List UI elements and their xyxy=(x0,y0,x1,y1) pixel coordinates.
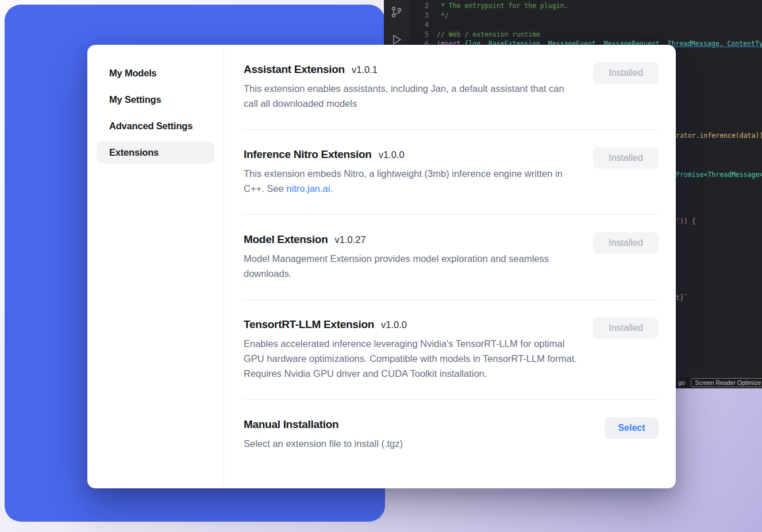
settings-sidebar: My Models My Settings Advanced Settings … xyxy=(87,45,224,488)
code-fragment: Promise<ThreadMessage> xyxy=(676,171,762,179)
installed-button[interactable]: Installed xyxy=(593,62,659,84)
code-fragment: t}` xyxy=(676,294,688,302)
installed-button[interactable]: Installed xyxy=(593,317,659,339)
extension-section-assistant: Assistant Extension v1.0.1 This extensio… xyxy=(244,45,659,130)
nitro-jan-ai-link[interactable]: nitro.jan.ai. xyxy=(286,183,333,194)
installed-button[interactable]: Installed xyxy=(593,232,659,254)
line-number: 4 xyxy=(409,20,429,30)
extension-version: v1.0.0 xyxy=(379,149,405,160)
extension-section-nitro: Inference Nitro Extension v1.0.0 This ex… xyxy=(244,130,659,215)
extension-title: Assistant Extension xyxy=(244,63,345,76)
manual-installation-section: Manual Installation Select an extension … xyxy=(244,400,659,465)
page-background: 2 * The entrypoint for the plugin. 3 */ … xyxy=(0,0,762,532)
git-branch-icon[interactable] xyxy=(390,5,403,19)
extensions-list: Assistant Extension v1.0.1 This extensio… xyxy=(224,45,676,488)
status-language-mode[interactable]: go xyxy=(678,379,685,386)
sidebar-item-my-models[interactable]: My Models xyxy=(97,62,214,84)
sidebar-item-extensions[interactable]: Extensions xyxy=(97,141,214,164)
extension-title: TensortRT-LLM Extension xyxy=(244,318,374,331)
code-line: 2 * The entrypoint for the plugin. xyxy=(409,1,762,11)
extension-description: This extension embeds Nitro, a lightweig… xyxy=(244,166,580,196)
extension-version: v1.0.0 xyxy=(381,319,407,330)
extension-section-model: Model Extension v1.0.27 Model Management… xyxy=(244,215,659,300)
line-number: 2 xyxy=(409,1,429,11)
sidebar-item-advanced-settings[interactable]: Advanced Settings xyxy=(97,115,214,137)
code-line: 4 xyxy=(409,20,762,30)
extension-version: v1.0.27 xyxy=(334,234,365,245)
code-line: 5 // Web / extension runtime xyxy=(409,30,762,40)
line-number: 5 xyxy=(409,30,429,40)
extension-description: This extension enables assistants, inclu… xyxy=(244,81,580,111)
line-number: 3 xyxy=(409,11,429,21)
sidebar-item-my-settings[interactable]: My Settings xyxy=(97,88,214,111)
code-line: 3 */ xyxy=(409,11,762,21)
extension-version: v1.0.1 xyxy=(352,64,378,75)
manual-installation-description: Select an extension file to install (.tg… xyxy=(244,436,580,451)
extension-title: Model Extension xyxy=(244,233,328,246)
screen-reader-badge[interactable]: Screen Reader Optimize xyxy=(691,378,762,387)
code-area: 2 * The entrypoint for the plugin. 3 */ … xyxy=(409,1,762,49)
extension-title: Inference Nitro Extension xyxy=(244,148,372,161)
installed-button[interactable]: Installed xyxy=(593,147,659,169)
select-button[interactable]: Select xyxy=(605,417,659,439)
code-fragment: ')) { xyxy=(676,217,696,225)
extension-section-tensorrt: TensortRT-LLM Extension v1.0.0 Enables a… xyxy=(244,300,659,400)
settings-modal: My Models My Settings Advanced Settings … xyxy=(87,45,676,488)
manual-installation-title: Manual Installation xyxy=(244,418,338,431)
code-fragment: rator.inference(data)); xyxy=(676,132,762,140)
extension-description: Model Management Extension provides mode… xyxy=(244,251,580,281)
extension-description: Enables accelerated inference leveraging… xyxy=(244,336,580,381)
